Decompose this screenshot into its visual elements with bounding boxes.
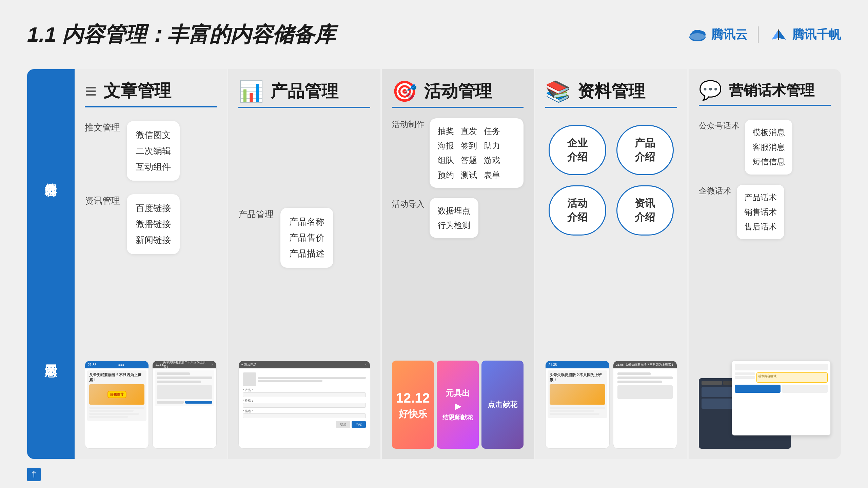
left-sidebar: 内容细分 示意图 bbox=[27, 69, 75, 459]
material-demos: 21:38 头晕失眠要崩溃？不只因为上班累！ 21:58 bbox=[545, 361, 677, 449]
article-icon: ≡ bbox=[85, 79, 97, 103]
material-demo-2: 21:58 头晕失眠要崩溃？不只因为上班累！ bbox=[613, 361, 677, 449]
product-icon: 📊 bbox=[238, 79, 264, 103]
article-demos: 21:38 ●●● 头晕失眠要崩溃？不只因为上班累！ 好物推荐 bbox=[85, 361, 217, 449]
material-header: 📚 资料管理 bbox=[545, 79, 677, 108]
product-title: 产品管理 bbox=[271, 80, 338, 103]
column-article: ≡ 文章管理 推文管理 微信图文二次编辑互动组件 资讯管理 bbox=[75, 69, 228, 459]
article-label-2: 资讯管理 bbox=[85, 194, 120, 207]
oval-activity: 活动介绍 bbox=[549, 185, 606, 236]
activity-item-2: 活动导入 数据埋点行为检测 bbox=[392, 198, 524, 238]
article-demo-2: 21:58 头晕失眠要崩溃？不只因为上班累！ ✕ bbox=[152, 361, 216, 449]
main-content: 内容细分 示意图 ≡ 文章管理 推文管理 微信图文二次编辑互动组件 bbox=[27, 69, 841, 459]
bottom-logo: † bbox=[27, 468, 41, 481]
column-activity: 🎯 活动管理 活动制作 抽奖 直发 任务 海报 签到 助力 组队 答题 游戏 预… bbox=[382, 69, 535, 459]
product-item-1: 产品管理 产品名称产品售价产品描述 bbox=[238, 208, 370, 267]
marketing-label-1: 公众号话术 bbox=[699, 120, 739, 132]
qianfan-label: 腾讯千帆 bbox=[792, 26, 841, 43]
activity-demo-1: 12.12 好快乐 bbox=[392, 361, 434, 449]
tencent-cloud-logo: 腾讯云 bbox=[688, 26, 748, 43]
column-product: 📊 产品管理 产品管理 产品名称产品售价产品描述 + 添加产 bbox=[228, 69, 382, 459]
product-header: 📊 产品管理 bbox=[238, 79, 370, 108]
material-title: 资料管理 bbox=[577, 80, 645, 103]
columns-area: ≡ 文章管理 推文管理 微信图文二次编辑互动组件 资讯管理 bbox=[75, 69, 841, 459]
activity-demo-3: 点击献花 bbox=[481, 361, 524, 449]
svg-point-4 bbox=[690, 33, 705, 40]
activity-item-1: 活动制作 抽奖 直发 任务 海报 签到 助力 组队 答题 游戏 预约 测试 表单 bbox=[392, 118, 524, 188]
activity-icon: 🎯 bbox=[392, 79, 417, 103]
material-demo-1: 21:38 头晕失眠要崩溃？不只因为上班累！ bbox=[545, 361, 609, 449]
oval-enterprise: 企业介绍 bbox=[549, 125, 606, 175]
marketing-header: 💬 营销话术管理 bbox=[699, 79, 831, 106]
marketing-item-1: 公众号话术 模板消息客服消息短信信息 bbox=[699, 120, 831, 175]
marketing-bubble-1: 模板消息客服消息短信信息 bbox=[745, 120, 792, 175]
bottom-icon: † bbox=[27, 468, 41, 481]
marketing-item-2: 企微话术 产品话术销售话术售后话术 bbox=[699, 185, 831, 240]
article-label-1: 推文管理 bbox=[85, 121, 120, 134]
article-item-2: 资讯管理 百度链接微播链接新闻链接 bbox=[85, 194, 217, 254]
activity-label-1: 活动制作 bbox=[392, 118, 425, 130]
page-header: 1.1 内容管理：丰富的内容储备库 腾讯云 腾讯千帆 bbox=[27, 20, 841, 49]
page: 1.1 内容管理：丰富的内容储备库 腾讯云 腾讯千帆 bbox=[0, 0, 868, 488]
product-demo: + 添加产品 ✕ * 产品： bbox=[238, 361, 370, 449]
marketing-title: 营销话术管理 bbox=[729, 81, 814, 100]
title-text: 1.1 内容管理：丰富的内容储备库 bbox=[27, 23, 335, 46]
oval-product: 产品介绍 bbox=[616, 125, 674, 175]
cloud-icon bbox=[688, 28, 707, 41]
activity-header: 🎯 活动管理 bbox=[392, 79, 524, 108]
oval-news: 资讯介绍 bbox=[616, 185, 674, 236]
activity-demo-2: 元具出 ▶ 结恩师献花 bbox=[437, 361, 479, 449]
page-title: 1.1 内容管理：丰富的内容储备库 bbox=[27, 20, 335, 49]
article-bubble-2: 百度链接微播链接新闻链接 bbox=[127, 194, 180, 254]
activity-demos: 12.12 好快乐 元具出 ▶ 结恩师献花 点击献花 bbox=[392, 361, 524, 449]
material-ovals: 企业介绍 产品介绍 活动介绍 资讯介绍 bbox=[545, 122, 677, 239]
activity-label-2: 活动导入 bbox=[392, 198, 425, 210]
activity-bubble-2: 数据埋点行为检测 bbox=[430, 198, 478, 238]
activity-bubble-1: 抽奖 直发 任务 海报 签到 助力 组队 答题 游戏 预约 测试 表单 bbox=[430, 118, 524, 188]
svg-rect-5 bbox=[778, 29, 779, 40]
qianfan-logo: 腾讯千帆 bbox=[758, 26, 841, 43]
material-icon: 📚 bbox=[545, 79, 571, 103]
column-material: 📚 资料管理 企业介绍 产品介绍 活动介绍 资讯介绍 21:38 bbox=[535, 69, 689, 459]
article-demo-1: 21:38 ●●● 头晕失眠要崩溃？不只因为上班累！ 好物推荐 bbox=[85, 361, 149, 449]
marketing-label-2: 企微话术 bbox=[699, 185, 731, 197]
product-demo-card: + 添加产品 ✕ * 产品： bbox=[238, 361, 370, 449]
product-label-1: 产品管理 bbox=[238, 208, 274, 221]
marketing-icon: 💬 bbox=[699, 79, 722, 101]
logo-area: 腾讯云 腾讯千帆 bbox=[688, 26, 841, 43]
column-marketing: 💬 营销话术管理 公众号话术 模板消息客服消息短信信息 企微话术 bbox=[689, 69, 841, 459]
article-title: 文章管理 bbox=[103, 80, 171, 102]
marketing-bubble-2: 产品话术销售话术售后话术 bbox=[737, 185, 784, 240]
article-bubble-1: 微信图文二次编辑互动组件 bbox=[127, 121, 180, 181]
sail-icon bbox=[769, 28, 788, 41]
article-item-1: 推文管理 微信图文二次编辑互动组件 bbox=[85, 121, 217, 181]
tencent-cloud-label: 腾讯云 bbox=[711, 26, 748, 43]
marketing-demo: 话术内容区域 bbox=[699, 361, 831, 449]
product-bubble-1: 产品名称产品售价产品描述 bbox=[280, 208, 333, 267]
activity-title: 活动管理 bbox=[424, 80, 492, 103]
marketing-demo-light: 话术内容区域 bbox=[732, 361, 831, 435]
article-header: ≡ 文章管理 bbox=[85, 79, 217, 107]
